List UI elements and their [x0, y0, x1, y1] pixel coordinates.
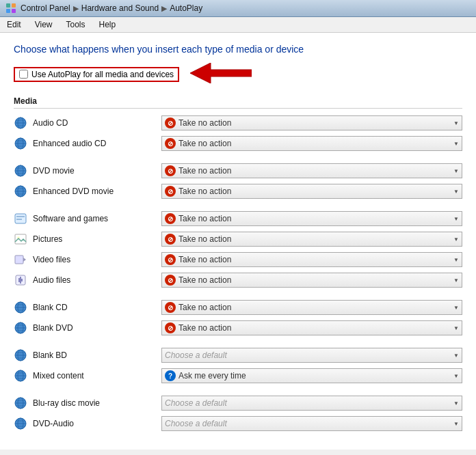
- media-type-icon: [14, 396, 27, 410]
- media-row: DVD-Audio Choose a default ▼: [14, 413, 462, 434]
- menu-edit[interactable]: Edit: [3, 18, 25, 31]
- svg-rect-27: [16, 219, 22, 220]
- media-type-icon: [14, 348, 27, 362]
- no-action-icon: ⊘: [165, 213, 176, 224]
- media-action-dropdown[interactable]: Choose a default ▼: [161, 416, 462, 431]
- media-type-icon: [14, 417, 27, 430]
- svg-rect-0: [6, 3, 10, 8]
- media-name: Audio CD: [33, 118, 156, 128]
- action-label: Take no action: [178, 255, 451, 264]
- section-spacer: [14, 338, 462, 345]
- chevron-down-icon: ▼: [453, 216, 459, 222]
- media-row: Blank DVD ⊘ Take no action ▼: [14, 318, 462, 338]
- action-label: Choose a default: [165, 398, 451, 408]
- menu-tools[interactable]: Tools: [62, 18, 89, 31]
- action-label: Take no action: [178, 323, 451, 333]
- breadcrumb-item-3[interactable]: AutoPlay: [170, 3, 202, 13]
- chevron-down-icon: ▼: [453, 421, 459, 427]
- media-type-icon: [14, 164, 27, 178]
- svg-rect-30: [15, 256, 23, 264]
- chevron-down-icon: ▼: [453, 120, 459, 126]
- media-name: Blank BD: [33, 350, 156, 360]
- autoplay-checkbox-row: Use AutoPlay for all media and devices: [14, 63, 462, 85]
- media-name: DVD-Audio: [33, 419, 156, 428]
- chevron-down-icon: ▼: [453, 189, 459, 195]
- media-action-dropdown[interactable]: Choose a default ▼: [161, 396, 462, 411]
- action-label: Ask me every time: [178, 371, 451, 381]
- no-action-icon: ⊘: [165, 322, 176, 333]
- autoplay-checkbox[interactable]: [19, 70, 28, 79]
- media-action-dropdown[interactable]: ⊘ Take no action ▼: [161, 252, 462, 267]
- menu-view[interactable]: View: [31, 18, 57, 31]
- media-row: Pictures ⊘ Take no action ▼: [14, 229, 462, 249]
- svg-rect-3: [12, 9, 16, 13]
- action-label: Take no action: [178, 118, 451, 128]
- chevron-down-icon: ▼: [453, 373, 459, 379]
- menu-bar: Edit View Tools Help: [0, 17, 476, 33]
- media-type-icon: [14, 116, 27, 130]
- svg-rect-26: [16, 216, 25, 217]
- media-action-dropdown[interactable]: ⊘ Take no action ▼: [161, 184, 462, 199]
- media-name: Audio files: [33, 275, 156, 285]
- action-label: Take no action: [178, 303, 451, 312]
- annotation-arrow: [190, 63, 252, 85]
- media-action-dropdown[interactable]: ⊘ Take no action ▼: [161, 163, 462, 178]
- media-name: DVD movie: [33, 166, 156, 176]
- media-row: DVD movie ⊘ Take no action ▼: [14, 161, 462, 181]
- media-action-dropdown[interactable]: ⊘ Take no action ▼: [161, 320, 462, 335]
- chevron-down-icon: ▼: [453, 168, 459, 174]
- media-type-icon: [14, 253, 27, 266]
- media-action-dropdown[interactable]: ⊘ Take no action ▼: [161, 211, 462, 226]
- svg-marker-31: [23, 258, 26, 262]
- media-rows-container: Audio CD ⊘ Take no action ▼ Enhanced aud…: [14, 113, 462, 434]
- chevron-down-icon: ▼: [453, 353, 459, 359]
- no-action-icon: ⊘: [165, 302, 176, 313]
- media-name: Blu-ray disc movie: [33, 398, 156, 408]
- media-action-dropdown[interactable]: ⊘ Take no action ▼: [161, 300, 462, 315]
- chevron-down-icon: ▼: [453, 257, 459, 263]
- media-row: Blank CD ⊘ Take no action ▼: [14, 297, 462, 318]
- breadcrumb: Control Panel ▶ Hardware and Sound ▶ Aut…: [21, 3, 202, 13]
- autoplay-checkbox-container[interactable]: Use AutoPlay for all media and devices: [14, 67, 179, 82]
- no-action-icon: ⊘: [165, 138, 176, 149]
- media-type-icon: [14, 301, 27, 314]
- chevron-down-icon: ▼: [453, 236, 459, 243]
- title-bar: Control Panel ▶ Hardware and Sound ▶ Aut…: [0, 0, 476, 17]
- no-action-icon: ⊘: [165, 254, 176, 265]
- media-action-dropdown[interactable]: ⊘ Take no action ▼: [161, 115, 462, 130]
- svg-marker-4: [190, 63, 252, 83]
- media-row: Enhanced audio CD ⊘ Take no action ▼: [14, 133, 462, 154]
- control-panel-icon: [5, 3, 16, 14]
- media-row: Software and games ⊘ Take no action ▼: [14, 208, 462, 229]
- media-row: Video files ⊘ Take no action ▼: [14, 249, 462, 270]
- media-name: Video files: [33, 255, 156, 264]
- media-type-icon: [14, 321, 27, 335]
- media-action-dropdown[interactable]: Choose a default ▼: [161, 348, 462, 363]
- media-row: Audio CD ⊘ Take no action ▼: [14, 113, 462, 133]
- media-name: Enhanced audio CD: [33, 139, 156, 148]
- action-label: Choose a default: [165, 350, 451, 360]
- chevron-down-icon: ▼: [453, 141, 459, 147]
- media-row: Enhanced DVD movie ⊘ Take no action ▼: [14, 181, 462, 202]
- section-spacer: [14, 290, 462, 297]
- svg-rect-2: [6, 9, 10, 13]
- breadcrumb-item-2[interactable]: Hardware and Sound: [81, 3, 159, 13]
- no-action-icon: ⊘: [165, 275, 176, 286]
- section-spacer: [14, 154, 462, 161]
- media-name: Mixed content: [33, 371, 156, 381]
- breadcrumb-item-1[interactable]: Control Panel: [21, 3, 70, 13]
- media-action-dropdown[interactable]: ⊘ Take no action ▼: [161, 232, 462, 247]
- menu-help[interactable]: Help: [95, 18, 120, 31]
- section-spacer: [14, 202, 462, 208]
- media-row: Mixed content ? Ask me every time ▼: [14, 366, 462, 386]
- page-title: Choose what happens when you insert each…: [14, 44, 462, 55]
- media-action-dropdown[interactable]: ⊘ Take no action ▼: [161, 273, 462, 288]
- media-action-dropdown[interactable]: ? Ask me every time ▼: [161, 368, 462, 383]
- chevron-down-icon: ▼: [453, 400, 459, 406]
- chevron-down-icon: ▼: [453, 305, 459, 311]
- action-label: Take no action: [178, 234, 451, 244]
- action-label: Choose a default: [165, 419, 451, 428]
- section-spacer: [14, 386, 462, 393]
- media-action-dropdown[interactable]: ⊘ Take no action ▼: [161, 136, 462, 151]
- media-name: Pictures: [33, 234, 156, 244]
